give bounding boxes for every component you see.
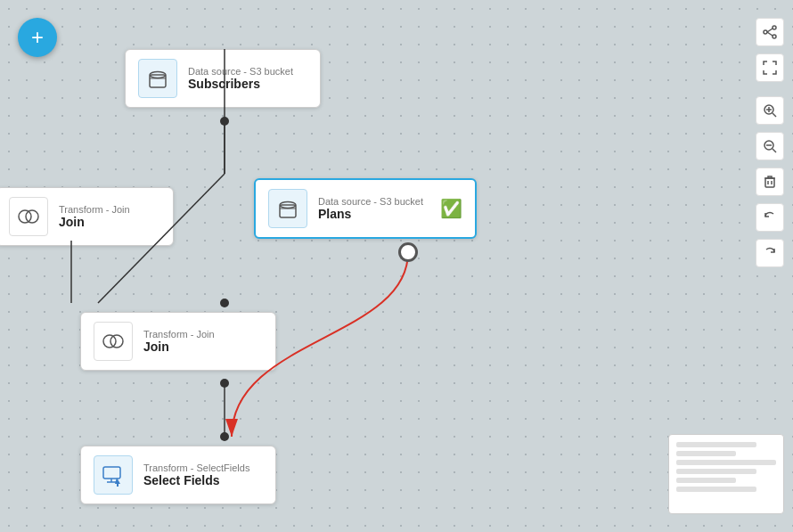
join-icon-left (9, 197, 48, 236)
share-button[interactable] (756, 18, 784, 46)
join-main-name: Join (143, 340, 215, 354)
pipeline-canvas[interactable]: + Data source - S3 bucket Subscribers (0, 0, 793, 532)
mini-map-line (676, 469, 756, 474)
fit-view-button[interactable] (756, 53, 784, 82)
svg-point-20 (773, 35, 776, 38)
svg-line-29 (773, 149, 776, 152)
svg-point-21 (764, 30, 767, 34)
connector-dot (220, 117, 229, 126)
merge-dot (220, 299, 229, 307)
plans-status-badge: ✅ (440, 198, 462, 219)
plans-node-type: Data source - S3 bucket (318, 196, 423, 207)
svg-line-25 (773, 113, 776, 117)
join-icon-main (94, 322, 133, 361)
bucket-icon-plans (268, 189, 307, 228)
svg-point-12 (19, 210, 31, 223)
join-main-text: Transform - Join Join (143, 329, 215, 354)
svg-point-15 (110, 335, 123, 348)
select-fields-name: Select Fields (143, 473, 249, 487)
mini-map-line (676, 487, 756, 492)
svg-line-22 (767, 29, 773, 32)
svg-line-23 (767, 32, 773, 36)
select-fields-node[interactable]: Transform - SelectFields Select Fields (80, 446, 276, 504)
right-toolbar (756, 18, 784, 267)
redo-button[interactable] (756, 239, 784, 267)
join-main-node[interactable]: Transform - Join Join (80, 312, 276, 371)
svg-rect-31 (765, 178, 774, 187)
subscribers-node-text: Data source - S3 bucket Subscribers (188, 66, 293, 91)
plans-output-dot[interactable] (398, 242, 418, 262)
plans-node-name: Plans (318, 207, 423, 221)
svg-rect-16 (103, 467, 120, 479)
subscribers-node-name: Subscribers (188, 77, 293, 91)
add-node-button[interactable]: + (18, 18, 57, 57)
select-fields-text: Transform - SelectFields Select Fields (143, 462, 249, 487)
select-top-dot-arrow (220, 432, 229, 441)
join-left-text: Transform - Join Join (59, 204, 130, 229)
svg-point-19 (773, 26, 776, 29)
delete-button[interactable] (756, 168, 784, 196)
plans-node[interactable]: Data source - S3 bucket Plans ✅ (254, 178, 477, 239)
mini-map-line (676, 460, 776, 465)
join-main-bottom-dot (220, 379, 229, 388)
join-main-type: Transform - Join (143, 329, 215, 340)
join-left-node[interactable]: Transform - Join Join (0, 187, 174, 246)
svg-point-13 (26, 210, 38, 223)
join-left-type: Transform - Join (59, 204, 130, 215)
zoom-out-button[interactable] (756, 132, 784, 160)
subscribers-node-type: Data source - S3 bucket (188, 66, 293, 77)
mini-map-line (676, 478, 736, 483)
svg-point-14 (103, 335, 116, 348)
mini-map-line (676, 451, 736, 456)
select-icon (94, 455, 133, 495)
undo-button[interactable] (756, 203, 784, 232)
join-left-name: Join (59, 215, 130, 229)
plans-node-text: Data source - S3 bucket Plans (318, 196, 423, 221)
bucket-icon (138, 59, 177, 98)
zoom-in-button[interactable] (756, 96, 784, 125)
select-fields-type: Transform - SelectFields (143, 462, 249, 473)
mini-map-line (676, 442, 756, 447)
subscribers-node[interactable]: Data source - S3 bucket Subscribers (125, 49, 321, 108)
mini-map (668, 434, 784, 514)
